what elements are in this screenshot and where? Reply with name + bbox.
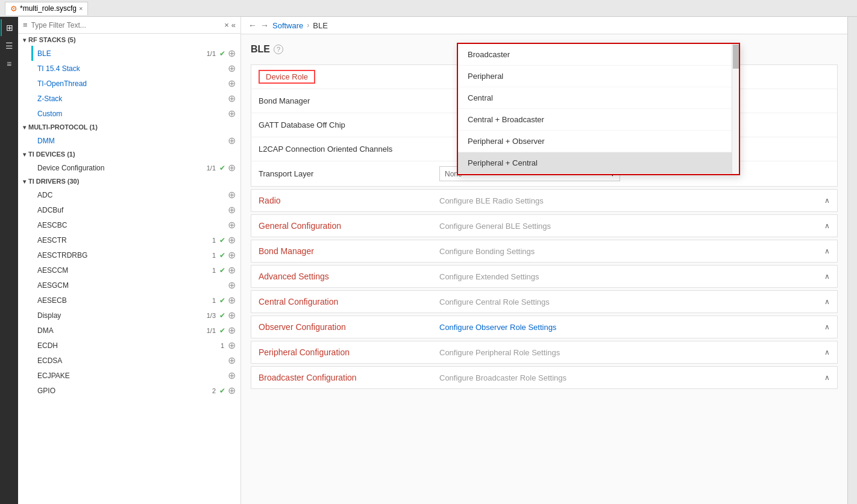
section-broadcaster-config[interactable]: Broadcaster Configuration Configure Broa… xyxy=(251,366,838,389)
section-bond-manager[interactable]: Bond Manager Configure Bonding Settings … xyxy=(251,240,838,263)
sidebar-item-aesccm[interactable]: AESCCM 1 ✔ ⊕ xyxy=(18,263,240,278)
section-observer-config[interactable]: Observer Configuration Configure Observe… xyxy=(251,316,838,338)
custom-add-icon[interactable]: ⊕ xyxy=(228,108,236,119)
clear-filter-button[interactable]: × xyxy=(224,20,229,30)
tiopenthread-add-icon[interactable]: ⊕ xyxy=(228,78,236,89)
sidebar-item-tiopenthread[interactable]: TI-OpenThread ⊕ xyxy=(18,76,240,91)
tab-syscfg[interactable]: ⚙ *multi_role.syscfg × xyxy=(5,2,88,15)
icon-bar-grid[interactable]: ⊞ xyxy=(1,19,17,36)
ble-add-icon[interactable]: ⊕ xyxy=(228,48,236,59)
device-config-add-icon[interactable]: ⊕ xyxy=(228,162,236,173)
sidebar-item-custom[interactable]: Custom ⊕ xyxy=(18,106,240,121)
tab-close[interactable]: × xyxy=(79,5,83,12)
device-role-box: Device Role xyxy=(259,70,315,84)
aesctr-add-icon[interactable]: ⊕ xyxy=(228,234,236,246)
ecdh-add-icon[interactable]: ⊕ xyxy=(228,340,236,351)
multi-protocol-label: MULTI-PROTOCOL (1) xyxy=(28,123,98,131)
bond-manager-label: Bond Manager xyxy=(259,96,439,105)
sidebar-item-aesctr[interactable]: AESCTR 1 ✔ ⊕ xyxy=(18,232,240,247)
section-general-config[interactable]: General Configuration Configure General … xyxy=(251,214,838,237)
collapse-all-button[interactable]: « xyxy=(231,20,236,30)
sidebar-item-ecdsa[interactable]: ECDSA ⊕ xyxy=(18,353,240,368)
group-header-rf-stacks[interactable]: ▾ RF STACKS (5) xyxy=(18,34,240,46)
sidebar-actions: × « xyxy=(224,20,236,30)
sidebar-item-adcbuf[interactable]: ADCBuf ⊕ xyxy=(18,202,240,217)
display-count: 1/3 xyxy=(207,312,216,319)
ble-label: BLE xyxy=(37,49,207,58)
sidebar-item-display[interactable]: Display 1/3 ✔ ⊕ xyxy=(18,308,240,323)
sidebar-item-aescbc[interactable]: AESCBC ⊕ xyxy=(18,217,240,232)
breadcrumb-sep: › xyxy=(307,21,309,30)
general-config-label: General Configuration xyxy=(259,221,439,231)
dropdown-item-central-broadcaster[interactable]: Central + Broadcaster xyxy=(458,109,739,131)
peripheral-config-desc: Configure Peripheral Role Settings xyxy=(439,348,824,357)
section-central-config[interactable]: Central Configuration Configure Central … xyxy=(251,290,838,313)
sidebar-scroll[interactable]: ▾ RF STACKS (5) BLE 1/1 ✔ ⊕ TI 15.4 Stac… xyxy=(18,34,240,504)
section-advanced-settings[interactable]: Advanced Settings Configure Extended Set… xyxy=(251,265,838,288)
aescbc-label: AESCBC xyxy=(37,221,228,229)
aesccm-label: AESCCM xyxy=(37,266,212,275)
sidebar-item-ecjpake[interactable]: ECJPAKE ⊕ xyxy=(18,368,240,383)
dmm-add-icon[interactable]: ⊕ xyxy=(228,135,236,146)
content-area: ← → Software › BLE BLE ? Device Role xyxy=(241,17,847,504)
dropdown-item-peripheral-central[interactable]: Peripheral + Central xyxy=(458,152,739,174)
sidebar-item-aesgcm[interactable]: AESGCM ⊕ xyxy=(18,278,240,293)
observer-config-chevron-icon: ∧ xyxy=(824,323,830,331)
sidebar-item-device-config[interactable]: Device Configuration 1/1 ✔ ⊕ xyxy=(18,160,240,175)
adcbuf-add-icon[interactable]: ⊕ xyxy=(228,204,236,216)
ti-drivers-arrow: ▾ xyxy=(23,178,26,185)
gpio-add-icon[interactable]: ⊕ xyxy=(228,385,236,396)
aesccm-count: 1 xyxy=(212,267,216,274)
search-input[interactable] xyxy=(31,21,221,30)
dropdown-scrollbar[interactable] xyxy=(732,44,739,174)
ble-help-icon[interactable]: ? xyxy=(274,45,283,54)
group-header-ti-devices[interactable]: ▾ TI DEVICES (1) xyxy=(18,148,240,160)
aesccm-add-icon[interactable]: ⊕ xyxy=(228,264,236,276)
aescbc-add-icon[interactable]: ⊕ xyxy=(228,219,236,231)
tab-icon: ⚙ xyxy=(10,4,17,13)
sidebar-item-adc[interactable]: ADC ⊕ xyxy=(18,187,240,202)
broadcaster-config-desc: Configure Broadcaster Role Settings xyxy=(439,373,824,382)
icon-bar-list[interactable]: ≡ xyxy=(1,55,17,72)
adc-add-icon[interactable]: ⊕ xyxy=(228,189,236,201)
zstack-add-icon[interactable]: ⊕ xyxy=(228,93,236,104)
section-multi-protocol: ▾ MULTI-PROTOCOL (1) DMM ⊕ xyxy=(18,121,240,148)
sidebar-item-ecdh[interactable]: ECDH 1 ⊕ xyxy=(18,338,240,353)
ecdsa-add-icon[interactable]: ⊕ xyxy=(228,355,236,366)
aesecb-add-icon[interactable]: ⊕ xyxy=(228,294,236,306)
breadcrumb-software[interactable]: Software xyxy=(272,21,303,30)
sidebar-item-aesctrdrbg[interactable]: AESCTRDRBG 1 ✔ ⊕ xyxy=(18,247,240,263)
icon-bar-table[interactable]: ☰ xyxy=(1,37,17,54)
breadcrumb-back-button[interactable]: ← xyxy=(248,20,257,30)
sidebar-item-zstack[interactable]: Z-Stack ⊕ xyxy=(18,91,240,106)
breadcrumb-forward-button[interactable]: → xyxy=(260,20,269,30)
display-add-icon[interactable]: ⊕ xyxy=(228,310,236,321)
dma-add-icon[interactable]: ⊕ xyxy=(228,325,236,336)
sidebar-item-ti154[interactable]: TI 15.4 Stack ⊕ xyxy=(18,61,240,76)
section-peripheral-config[interactable]: Peripheral Configuration Configure Perip… xyxy=(251,341,838,364)
breadcrumb-ble[interactable]: BLE xyxy=(313,21,328,30)
sidebar-item-dma[interactable]: DMA 1/1 ✔ ⊕ xyxy=(18,323,240,338)
aesgcm-add-icon[interactable]: ⊕ xyxy=(228,279,236,291)
dropdown-item-peripheral-observer[interactable]: Peripheral + Observer xyxy=(458,131,739,152)
group-header-multi-protocol[interactable]: ▾ MULTI-PROTOCOL (1) xyxy=(18,121,240,133)
dma-label: DMA xyxy=(37,326,207,335)
group-header-ti-drivers[interactable]: ▾ TI DRIVERS (30) xyxy=(18,175,240,187)
ti154-add-icon[interactable]: ⊕ xyxy=(228,63,236,74)
advanced-settings-label: Advanced Settings xyxy=(259,272,439,281)
ecjpake-add-icon[interactable]: ⊕ xyxy=(228,370,236,381)
dropdown-item-peripheral[interactable]: Peripheral xyxy=(458,66,739,87)
sidebar-item-ble[interactable]: BLE 1/1 ✔ ⊕ xyxy=(18,46,240,61)
sidebar-item-gpio[interactable]: GPIO 2 ✔ ⊕ xyxy=(18,383,240,398)
dropdown-item-broadcaster[interactable]: Broadcaster xyxy=(458,44,739,66)
device-role-label: Device Role xyxy=(259,70,439,84)
bond-manager-chevron-icon: ∧ xyxy=(824,247,830,255)
sidebar-item-dmm[interactable]: DMM ⊕ xyxy=(18,133,240,148)
ecdsa-label: ECDSA xyxy=(37,356,228,365)
rf-stacks-arrow: ▾ xyxy=(23,37,26,43)
section-radio[interactable]: Radio Configure BLE Radio Settings ∧ xyxy=(251,189,838,212)
dropdown-item-central[interactable]: Central xyxy=(458,87,739,109)
sidebar-item-aesecb[interactable]: AESECB 1 ✔ ⊕ xyxy=(18,293,240,308)
ble-title-text: BLE xyxy=(251,44,270,55)
aesctrdrbg-add-icon[interactable]: ⊕ xyxy=(228,249,236,261)
